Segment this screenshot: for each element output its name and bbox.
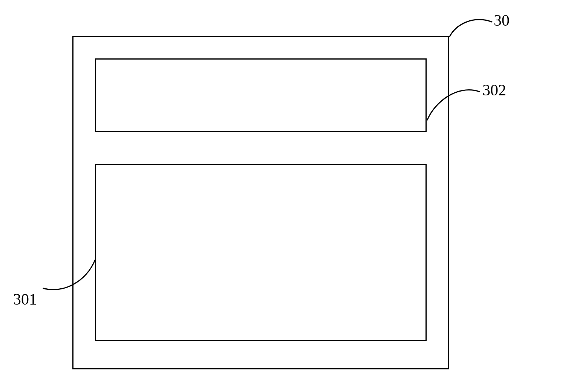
bottom-inner-box [95,164,427,341]
label-top-inner: 302 [482,81,506,99]
leader-line-bottom-inner [34,258,98,303]
diagram-canvas: 30 302 301 [0,0,577,392]
label-outer: 30 [494,11,510,29]
top-inner-box [95,58,427,132]
label-bottom-inner: 301 [13,290,37,308]
